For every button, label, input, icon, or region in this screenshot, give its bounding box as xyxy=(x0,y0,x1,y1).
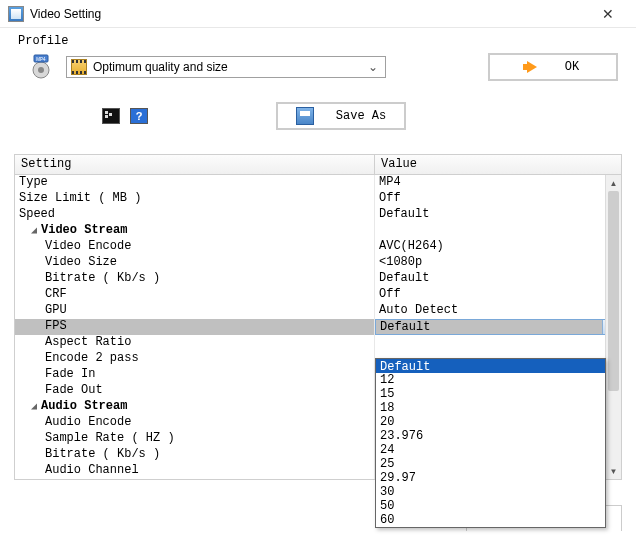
table-row[interactable]: SpeedDefault xyxy=(15,207,621,223)
setting-label: Type xyxy=(19,175,48,189)
help-icon[interactable]: ? xyxy=(130,108,148,124)
value-cell[interactable]: Default▾ xyxy=(375,319,621,335)
dropdown-option[interactable]: 30 xyxy=(376,485,605,499)
scroll-thumb[interactable] xyxy=(608,191,619,391)
setting-cell: CRF xyxy=(15,287,375,303)
setting-label: Sample Rate ( HZ ) xyxy=(45,431,175,445)
setting-label: Aspect Ratio xyxy=(45,335,131,349)
value-cell[interactable]: Auto Detect xyxy=(375,303,621,319)
profile-label: Profile xyxy=(18,34,618,48)
dropdown-option[interactable]: 29.97 xyxy=(376,471,605,485)
dropdown-option[interactable]: 24 xyxy=(376,443,605,457)
film-icon xyxy=(71,59,87,75)
close-button[interactable]: ✕ xyxy=(588,3,628,25)
value-text: Off xyxy=(379,191,401,205)
value-cell[interactable]: Default xyxy=(375,207,621,223)
value-cell[interactable]: <1080p xyxy=(375,255,621,271)
col-header-setting[interactable]: Setting xyxy=(15,155,375,174)
setting-cell: Aspect Ratio xyxy=(15,335,375,351)
fps-dropdown[interactable]: Default1215182023.976242529.97305060 xyxy=(375,358,606,528)
table-row[interactable]: TypeMP4 xyxy=(15,175,621,191)
table-row[interactable]: Size Limit ( MB )Off xyxy=(15,191,621,207)
setting-cell: Video Encode xyxy=(15,239,375,255)
dropdown-option[interactable]: 23.976 xyxy=(376,429,605,443)
value-text: Default xyxy=(379,207,429,221)
setting-cell: GPU xyxy=(15,303,375,319)
setting-label: Video Stream xyxy=(41,223,127,237)
table-row[interactable]: Video EncodeAVC(H264) xyxy=(15,239,621,255)
setting-cell: Sample Rate ( HZ ) xyxy=(15,431,375,447)
profile-row: MP4 Optimum quality and size ⌄ OK xyxy=(18,52,618,82)
value-cell[interactable] xyxy=(375,223,621,239)
setting-cell: Size Limit ( MB ) xyxy=(15,191,375,207)
setting-label: FPS xyxy=(45,319,67,333)
setting-cell: Fade In xyxy=(15,367,375,383)
setting-cell: Audio Encode xyxy=(15,415,375,431)
setting-label: Bitrate ( Kb/s ) xyxy=(45,271,160,285)
svg-point-1 xyxy=(38,67,44,73)
setting-cell: Video Size xyxy=(15,255,375,271)
dropdown-option[interactable]: 15 xyxy=(376,387,605,401)
svg-text:MP4: MP4 xyxy=(36,57,46,62)
grid-header: Setting Value xyxy=(15,155,621,175)
profile-select[interactable]: Optimum quality and size ⌄ xyxy=(66,56,386,78)
collapse-icon[interactable]: ◢ xyxy=(31,400,41,412)
setting-label: Audio Channel xyxy=(45,463,139,477)
table-row[interactable]: Video Size<1080p xyxy=(15,255,621,271)
toolbar-row: ? Save As xyxy=(18,98,618,134)
setting-cell: Audio Channel xyxy=(15,463,375,479)
value-text: AVC(H264) xyxy=(379,239,444,253)
save-as-button[interactable]: Save As xyxy=(276,102,406,130)
dropdown-option[interactable]: 18 xyxy=(376,401,605,415)
table-row[interactable]: Aspect Ratio xyxy=(15,335,621,351)
setting-cell: ◢Video Stream xyxy=(15,223,375,239)
value-cell[interactable]: AVC(H264) xyxy=(375,239,621,255)
value-cell[interactable]: Off xyxy=(375,287,621,303)
value-cell[interactable]: Off xyxy=(375,191,621,207)
collapse-icon[interactable]: ◢ xyxy=(31,224,41,236)
arrow-right-icon xyxy=(527,61,537,73)
value-text: Default xyxy=(379,271,429,285)
value-cell[interactable]: MP4 xyxy=(375,175,621,191)
setting-label: Fade In xyxy=(45,367,95,381)
table-row[interactable]: Bitrate ( Kb/s )Default xyxy=(15,271,621,287)
setting-cell: Type xyxy=(15,175,375,191)
dropdown-option[interactable]: 60 xyxy=(376,513,605,527)
value-cell[interactable] xyxy=(375,335,621,351)
table-row[interactable]: FPSDefault▾ xyxy=(15,319,621,335)
setting-label: Audio Stream xyxy=(41,399,127,413)
mp4-format-icon: MP4 xyxy=(28,54,54,80)
value-text: <1080p xyxy=(379,255,422,269)
value-text: Default xyxy=(380,320,430,334)
table-row[interactable]: GPUAuto Detect xyxy=(15,303,621,319)
setting-label: Fade Out xyxy=(45,383,103,397)
col-header-value[interactable]: Value xyxy=(375,155,621,174)
dropdown-option[interactable]: 12 xyxy=(376,373,605,387)
titlebar: Video Setting ✕ xyxy=(0,0,636,28)
setting-cell: Bitrate ( Kb/s ) xyxy=(15,271,375,287)
scroll-down-icon[interactable]: ▼ xyxy=(606,463,621,479)
window-title: Video Setting xyxy=(30,7,101,21)
setting-label: Video Size xyxy=(45,255,117,269)
save-as-label: Save As xyxy=(336,109,386,123)
vertical-scrollbar[interactable]: ▲ ▼ xyxy=(605,175,621,479)
dropdown-option[interactable]: 25 xyxy=(376,457,605,471)
setting-cell: FPS xyxy=(15,319,375,335)
setting-label: CRF xyxy=(45,287,67,301)
chevron-down-icon: ⌄ xyxy=(365,60,381,74)
setting-label: Encode 2 pass xyxy=(45,351,139,365)
setting-label: GPU xyxy=(45,303,67,317)
value-cell[interactable]: Default xyxy=(375,271,621,287)
dropdown-option[interactable]: 50 xyxy=(376,499,605,513)
scroll-up-icon[interactable]: ▲ xyxy=(606,175,621,191)
dropdown-option[interactable]: 20 xyxy=(376,415,605,429)
table-row[interactable]: ◢Video Stream xyxy=(15,223,621,239)
setting-label: Audio Encode xyxy=(45,415,131,429)
app-icon xyxy=(8,6,24,22)
table-row[interactable]: CRFOff xyxy=(15,287,621,303)
dropdown-option[interactable]: Default xyxy=(376,359,605,373)
setting-cell: ◢Audio Stream xyxy=(15,399,375,415)
command-icon[interactable] xyxy=(102,108,120,124)
ok-button[interactable]: OK xyxy=(488,53,618,81)
value-text: Off xyxy=(379,287,401,301)
